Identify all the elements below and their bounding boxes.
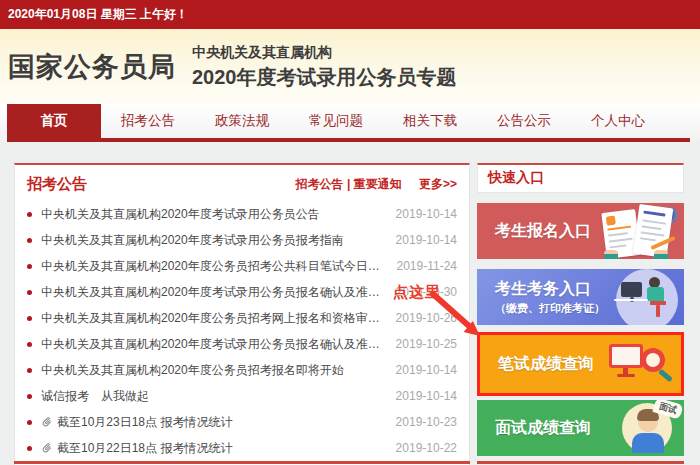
- header-titles: 中央机关及其直属机构 2020年度考试录用公务员专题: [192, 42, 457, 91]
- announcement-item: 中央机关及其直属机构2020年度公务员招考公共科目笔试今日举行2019-11-2…: [27, 253, 457, 279]
- announcement-link[interactable]: 中央机关及其直属机构2020年度考试录用公务员报考指南: [41, 232, 388, 249]
- header-subtitle: 中央机关及其直属机构: [192, 44, 457, 62]
- monitor-base-shape: [617, 374, 635, 377]
- tab-policies-regulations[interactable]: 政策法规: [195, 104, 289, 138]
- announcement-item: 中央机关及其直属机构2020年度考试录用公务员报名确认及准考证打印网址2019-…: [27, 331, 457, 357]
- quick-entry-title: 快速入口: [488, 169, 544, 185]
- announcement-link[interactable]: 中央机关及其直属机构2020年度公务员招考公共科目笔试今日举行: [41, 258, 389, 275]
- click-here-annotation: 点这里: [393, 283, 441, 302]
- magnifier-handle-shape: [658, 369, 673, 382]
- quick-entry-header: 快速入口: [477, 163, 684, 193]
- date-bar: 2020年01月08日 星期三 上午好！: [0, 0, 700, 29]
- cuff-shape: [604, 254, 618, 259]
- written-score-highlight-border: 笔试成绩查询: [477, 332, 684, 396]
- tab-recruitment-announcements[interactable]: 招考公告: [101, 104, 195, 138]
- monitor-icon: [621, 282, 642, 297]
- announcement-date: 2019-10-14: [396, 207, 457, 221]
- bullet-icon: [27, 342, 32, 347]
- filter-tabs-link[interactable]: 招考公告 | 重要通知: [296, 177, 402, 191]
- tab-personal-center[interactable]: 个人中心: [571, 104, 665, 138]
- paper-line: [640, 237, 656, 241]
- tab-downloads[interactable]: 相关下载: [383, 104, 477, 138]
- paper-line: [643, 211, 665, 217]
- tab-home[interactable]: 首页: [7, 104, 101, 142]
- written-score-inquiry-button[interactable]: 笔试成绩查询: [480, 335, 681, 393]
- announcement-item: 中央机关及其直属机构2020年度公务员招考网上报名和资格审查工作结束2019-1…: [27, 305, 457, 331]
- tab-public-notices[interactable]: 公告公示: [477, 104, 571, 138]
- announcement-date: 2019-10-23: [396, 415, 457, 429]
- announcements-title: 招考公告: [27, 175, 87, 194]
- announcement-item: 截至10月22日18点 报考情况统计2019-10-22: [27, 435, 457, 461]
- paper-line: [642, 219, 666, 224]
- chair-leg-shape: [656, 305, 660, 317]
- page-title: 2020年度考试录用公务员专题: [192, 64, 457, 91]
- announcement-link[interactable]: 中央机关及其直属机构2020年度考试录用公务员报名确认及准考证打印网址: [41, 336, 388, 353]
- next-panel-top-border-right: [477, 461, 684, 464]
- candidate-exam-service-label: 考生考务入口 （缴费、打印准考证）: [495, 279, 605, 316]
- bullet-icon: [27, 316, 32, 321]
- interview-score-inquiry-label: 面试成绩查询: [495, 418, 591, 439]
- bullet-icon: [27, 420, 32, 425]
- paper-line: [641, 231, 665, 236]
- person-body-shape: [632, 433, 664, 453]
- announcements-filter-links: 招考公告 | 重要通知 更多>>: [296, 176, 457, 193]
- emblem-icon: [606, 216, 616, 226]
- announcement-item: 诚信报考 从我做起2019-10-14: [27, 383, 457, 409]
- announcement-date: 2019-11-24: [397, 259, 458, 273]
- site-name: 国家公务员局: [8, 49, 176, 85]
- announcement-item: 截至10月23日18点 报考情况统计2019-10-23: [27, 409, 457, 435]
- announcement-link[interactable]: 中央机关及其直属机构2020年度考试录用公务员报名确认及准考证打印咨询电话: [41, 284, 388, 301]
- nav-underline: [7, 138, 690, 142]
- paper-line: [609, 238, 633, 243]
- person-body-shape: [647, 287, 664, 301]
- paper-line: [608, 232, 628, 236]
- written-score-inquiry-label: 笔试成绩查询: [498, 354, 594, 375]
- announcement-link[interactable]: 截至10月23日18点 报考情况统计: [57, 414, 388, 431]
- announcements-panel: 招考公告 招考公告 | 重要通知 更多>> 中央机关及其直属机构2020年度考试…: [14, 163, 470, 465]
- quick-entry-sidebar: 快速入口: [477, 163, 684, 456]
- bullet-icon: [27, 212, 32, 217]
- monitor-screen-shape: [612, 347, 640, 365]
- exam-service-sub-label: （缴费、打印准考证）: [495, 301, 605, 316]
- announcement-list: 中央机关及其直属机构2020年度考试录用公务员公告2019-10-14中央机关及…: [15, 198, 469, 465]
- announcement-date: 2019-10-14: [396, 233, 457, 247]
- content-area: 招考公告 招考公告 | 重要通知 更多>> 中央机关及其直属机构2020年度考试…: [0, 142, 700, 465]
- site-header: 国家公务员局 中央机关及其直属机构 2020年度考试录用公务员专题: [0, 29, 700, 104]
- paper-shape: [633, 204, 674, 258]
- paperclip-icon: [41, 442, 53, 454]
- nav-tabs: 首页招考公告政策法规常见问题相关下载公告公示个人中心: [7, 104, 700, 138]
- announcement-date: 2019-10-14: [396, 363, 457, 377]
- announcement-link[interactable]: 中央机关及其直属机构2020年度公务员招考网上报名和资格审查工作结束: [41, 310, 388, 327]
- announcement-item: 中央机关及其直属机构2020年度考试录用公务员公告2019-10-14: [27, 201, 457, 227]
- announcement-item: 中央机关及其直属机构2020年度公务员招考报名即将开始2019-10-14: [27, 357, 457, 383]
- more-link[interactable]: 更多>>: [419, 177, 457, 191]
- paperclip-icon: [41, 416, 53, 428]
- datetime-text: 2020年01月08日 星期三 上午好！: [8, 7, 188, 21]
- desk-shape: [614, 299, 648, 301]
- next-panel-top-border-left: [14, 461, 470, 464]
- cuff-shape: [654, 254, 668, 259]
- candidate-registration-button[interactable]: 考生报名入口: [477, 203, 684, 259]
- bullet-icon: [27, 264, 32, 269]
- paper-line: [609, 244, 626, 248]
- announcement-date: 2019-10-14: [396, 389, 457, 403]
- announcement-link[interactable]: 诚信报考 从我做起: [41, 388, 388, 405]
- announcements-panel-header: 招考公告 招考公告 | 重要通知 更多>>: [15, 165, 469, 198]
- announcement-item: 中央机关及其直属机构2020年度考试录用公务员报考指南2019-10-14: [27, 227, 457, 253]
- candidate-registration-label: 考生报名入口: [495, 221, 591, 242]
- announcement-date: 2019-10-22: [396, 441, 457, 455]
- exam-service-main-label: 考生考务入口: [495, 280, 591, 297]
- announcement-link[interactable]: 中央机关及其直属机构2020年度公务员招考报名即将开始: [41, 362, 388, 379]
- tab-faq[interactable]: 常见问题: [289, 104, 383, 138]
- interview-score-inquiry-button[interactable]: 面试 面试成绩查询: [477, 400, 684, 456]
- bullet-icon: [27, 394, 32, 399]
- bullet-icon: [27, 238, 32, 243]
- bullet-icon: [27, 290, 32, 295]
- main-nav: 首页招考公告政策法规常见问题相关下载公告公示个人中心: [0, 104, 700, 142]
- page: 2020年01月08日 星期三 上午好！ 国家公务员局 中央机关及其直属机构 2…: [0, 0, 700, 465]
- candidate-exam-service-button[interactable]: 考生考务入口 （缴费、打印准考证）: [477, 269, 684, 325]
- announcement-link[interactable]: 中央机关及其直属机构2020年度考试录用公务员公告: [41, 206, 388, 223]
- bullet-icon: [27, 446, 32, 451]
- paper-line: [607, 226, 631, 231]
- announcement-link[interactable]: 截至10月22日18点 报考情况统计: [57, 440, 388, 457]
